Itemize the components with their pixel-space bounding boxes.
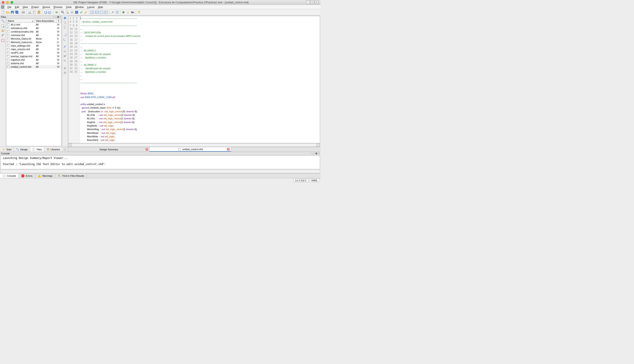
new-button[interactable] [1, 10, 5, 14]
filter-icon[interactable] [1, 29, 5, 32]
tool-wrench-button[interactable] [110, 10, 115, 14]
code-content[interactable]: ----------------------------------------… [80, 16, 320, 143]
goto-button[interactable] [54, 10, 59, 14]
window-minimize-button[interactable] [6, 1, 9, 4]
editor-tab[interactable]: unidad_control.vhd× [150, 147, 231, 152]
file-row[interactable]: registros.vhdAllVI [7, 58, 61, 62]
hierarchy-icon[interactable] [1, 19, 5, 23]
titlebar[interactable]: ISE Project Navigator (P.58f) - Y:\Googl… [0, 0, 321, 5]
settings-button[interactable] [70, 10, 74, 14]
mdi-close-button[interactable]: × [315, 1, 319, 4]
file-row[interactable]: sistema.vhdAllVI [7, 62, 61, 65]
console-tab-find-in-files-results[interactable]: Find in Files Results [55, 174, 87, 178]
paste-button[interactable] [37, 10, 41, 14]
print-button[interactable] [21, 10, 26, 14]
file-row[interactable]: mips_settings.vhdAllVI [7, 44, 61, 48]
menu-edit[interactable]: Edit [13, 5, 21, 9]
column-header-assoc[interactable]: View Association [35, 19, 57, 23]
tab-summary-icon[interactable]: Σ [62, 147, 68, 152]
save-all-button[interactable] [15, 10, 19, 14]
find-files-button[interactable] [65, 10, 70, 14]
panel-max-icon[interactable]: ▣ [57, 16, 59, 18]
menu-tools[interactable]: Tools [64, 5, 73, 9]
key-button[interactable] [131, 10, 135, 14]
highlight-button[interactable] [84, 10, 88, 14]
undo-editor-icon[interactable] [63, 33, 67, 36]
side-tab-libraries[interactable]: Libraries [44, 147, 62, 152]
file-row[interactable]: combinacionales.vhdAllVI [7, 30, 61, 34]
editor-tab[interactable]: Design Summary× [68, 147, 150, 152]
refresh-icon[interactable] [1, 39, 5, 42]
file-row[interactable]: aritmeticos.vhdAllVI [7, 26, 61, 30]
column-header-name[interactable]: Name◢ [7, 19, 35, 23]
layout-4-button[interactable] [104, 10, 108, 14]
file-row[interactable]: nextPC.vhdAllVI [7, 51, 61, 54]
console-tab-errors[interactable]: ×Errors [19, 174, 35, 178]
add-file-icon[interactable] [1, 24, 5, 28]
menu-layout[interactable]: Layout [85, 5, 96, 9]
copy-button[interactable] [32, 10, 37, 14]
side-tab-design[interactable]: Design [14, 147, 30, 152]
menu-file[interactable]: File [6, 5, 13, 9]
save-button[interactable] [10, 10, 15, 14]
editor-h-scrollbar[interactable] [68, 143, 320, 147]
sort-icon[interactable] [1, 34, 5, 37]
menu-source[interactable]: Source [41, 5, 52, 9]
column-header-t[interactable]: T [57, 19, 61, 23]
layout-3-button[interactable] [99, 10, 104, 14]
menu-help[interactable]: Help [96, 5, 105, 9]
sigma-button[interactable]: Σ [126, 10, 130, 14]
menu-window[interactable]: Window [73, 5, 85, 9]
console-output[interactable]: Launching Design Summary/Report Viewer..… [1, 156, 320, 169]
help-button[interactable]: ? [115, 10, 119, 14]
side-tab-files[interactable]: Files [30, 147, 44, 152]
menu-view[interactable]: View [21, 5, 30, 9]
file-row[interactable]: memoria.vhdAllVI [7, 34, 61, 37]
undo-button[interactable] [43, 10, 48, 14]
tab-close-button[interactable]: × [227, 148, 230, 150]
nav-back-icon[interactable] [63, 66, 67, 70]
menu-process[interactable]: Process [52, 5, 64, 9]
bookmark-icon[interactable] [63, 16, 67, 20]
redo-button[interactable] [48, 10, 52, 14]
cut-button[interactable] [28, 10, 32, 14]
window-close-button[interactable] [2, 1, 5, 4]
file-row[interactable]: ALU.vhdAllVI [7, 23, 61, 26]
side-tab-start[interactable]: Start [0, 147, 14, 152]
lightbulb-button[interactable] [137, 10, 141, 14]
redo-editor-icon[interactable] [63, 38, 67, 41]
file-row[interactable]: Memoria_Datos.txtNoneU [7, 37, 61, 40]
file-row[interactable]: puertas_logicas.vhdAllVI [7, 54, 61, 58]
mdi-maximize-button[interactable]: □ [310, 1, 314, 4]
uncomment-icon[interactable]: % [63, 54, 67, 58]
console-close-icon[interactable]: × [318, 152, 320, 155]
marker-icon[interactable] [63, 45, 67, 48]
open-button[interactable] [6, 10, 10, 14]
layout-1-button[interactable] [90, 10, 94, 14]
file-row[interactable]: Memoria_Instruccio...NoneU [7, 40, 61, 44]
console-max-icon[interactable]: ▣ [315, 152, 317, 155]
console-dock-icon[interactable]: ↔ [310, 152, 312, 155]
console-float-icon[interactable]: □ [313, 152, 314, 155]
comment-icon[interactable]: % [63, 50, 67, 53]
file-row[interactable]: unidad_control.vhdAllVI [7, 65, 61, 68]
run-button[interactable] [121, 10, 126, 14]
console-tab-console[interactable]: Console [0, 174, 19, 178]
find-button[interactable] [61, 10, 65, 14]
window-maximize-button[interactable] [11, 1, 13, 4]
panel-close-icon[interactable]: × [60, 16, 61, 18]
mdi-minimize-button[interactable]: - [306, 1, 310, 4]
indent-left-icon[interactable] [63, 21, 67, 24]
panel-float-icon[interactable]: □ [55, 16, 57, 18]
panel-dock-icon[interactable]: ↔ [52, 16, 55, 18]
wizard-button[interactable] [74, 10, 79, 14]
check-button[interactable] [79, 10, 83, 14]
file-row[interactable]: mips_uniciclo.vhdAllVI [7, 48, 61, 51]
console-h-scrollbar[interactable] [1, 170, 320, 173]
menu-project[interactable]: Project [30, 5, 41, 9]
indent-right-icon[interactable] [63, 26, 67, 29]
nav-fwd-icon[interactable] [63, 71, 67, 74]
code-editor[interactable]: 1 2 3 4 5 6 7 8 9 10 11 12 13 14 15 16 1… [68, 16, 320, 143]
layout-2-button[interactable] [95, 10, 99, 14]
format-icon[interactable]: % [63, 59, 67, 62]
